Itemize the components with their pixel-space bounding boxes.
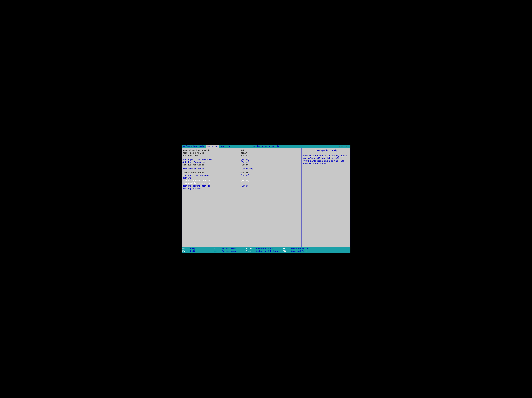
desc-select-menu: Select Menu [222,250,246,253]
erase-secure-boot-label: Erase all Secure Boot Setting: [183,174,241,179]
key-enter: Enter [246,250,256,253]
tab-boot[interactable]: Boot [219,145,226,148]
row-set-supervisor[interactable]: Set Supervisor Password: [Enter] [183,158,301,161]
password-on-boot-value: [Disabled] [241,168,253,170]
help-panel: Item Specific Help When this option is s… [302,148,350,247]
set-user-value: [Enter] [241,161,249,164]
key-f9: F9 [283,247,291,250]
help-title: Item Specific Help [302,148,350,153]
tab-exit[interactable]: Exit [226,145,234,148]
user-status-label: User Password Is: [183,152,241,154]
revision-label: Rev. 3.7 [339,145,349,148]
row-erase-secure-boot[interactable]: Erase all Secure Boot Setting: [Enter] [183,174,301,179]
row-secure-boot-mode: Secure Boot Mode: Custom [183,171,301,174]
desc-save-exit: Save and Exit [291,250,317,253]
supervisor-status-label: Supervisor Password Is: [183,149,241,152]
password-on-boot-label: Password on Boot: [183,168,241,170]
row-select-uefi-file[interactable]: Select an UEFI file as trusted for execu… [183,179,301,185]
menu-bar: Information Main Security Boot Exit Insy… [182,145,350,148]
desc-select-item: Select Item [222,247,246,250]
key-updown: ↑↓ [214,247,222,250]
bios-screen: Information Main Security Boot Exit Insy… [182,145,350,253]
key-esc: Esc [182,250,190,253]
user-status-value: Clear [241,152,247,154]
key-f5f6: F5/F6 [246,247,256,250]
spacer [183,157,301,158]
row-set-user[interactable]: Set User Password: [Enter] [183,161,301,164]
erase-secure-boot-value: [Enter] [241,174,249,179]
key-f1: F1 [182,247,190,250]
select-uefi-value: [Enter] [241,179,249,185]
tab-main[interactable]: Main [198,145,206,148]
hdd-status-label: HDD Password: [183,154,241,157]
set-hdd-value: [Enter] [241,164,249,166]
tab-security[interactable]: Security [206,145,219,148]
row-set-hdd[interactable]: Set HDD Password: [Enter] [183,164,301,166]
row-password-on-boot[interactable]: Password on Boot: [Disabled] [183,168,301,170]
settings-panel: Supervisor Password Is: Set User Passwor… [182,148,302,247]
utility-title: InsydeH20 Setup Utility [252,145,281,148]
footer-bar: F1 Help ↑↓ Select Item F5/F6 Change Valu… [182,247,350,253]
row-restore-secure-boot[interactable]: Restore Secure Boot to Factory Default: … [183,185,301,190]
set-supervisor-label: Set Supervisor Password: [183,158,241,161]
tab-information[interactable]: Information [182,145,198,148]
desc-submenu: Select ▸ Sub-Menu [256,250,283,253]
desc-exit: Exit [190,250,214,253]
row-user-status: User Password Is: Clear [183,152,301,154]
row-hdd-status: HDD Password: Frozen [183,154,301,157]
desc-help: Help [190,247,214,250]
supervisor-status-value: Set [241,149,244,152]
key-leftright: ←→ [214,250,222,253]
secure-boot-mode-label: Secure Boot Mode: [183,171,241,174]
body: Supervisor Password Is: Set User Passwor… [182,148,350,247]
spacer [183,170,301,171]
secure-boot-mode-value: Custom [241,171,248,174]
set-supervisor-value: [Enter] [241,158,249,161]
desc-setup-defaults: Setup Defaults [291,247,317,250]
restore-secure-boot-label: Restore Secure Boot to Factory Default: [183,185,241,190]
help-body: When this option is selected, users may … [302,153,350,166]
hdd-status-value: Frozen [241,154,248,157]
menu-tabs: Information Main Security Boot Exit [182,145,234,148]
spacer [183,166,301,168]
key-f10: F10 [283,250,291,253]
restore-secure-boot-value: [Enter] [241,185,249,190]
desc-change-values: Change Values [256,247,283,250]
row-supervisor-status: Supervisor Password Is: Set [183,149,301,152]
set-user-label: Set User Password: [183,161,241,164]
select-uefi-label: Select an UEFI file as trusted for execu… [183,179,241,185]
set-hdd-label: Set HDD Password: [183,164,241,166]
